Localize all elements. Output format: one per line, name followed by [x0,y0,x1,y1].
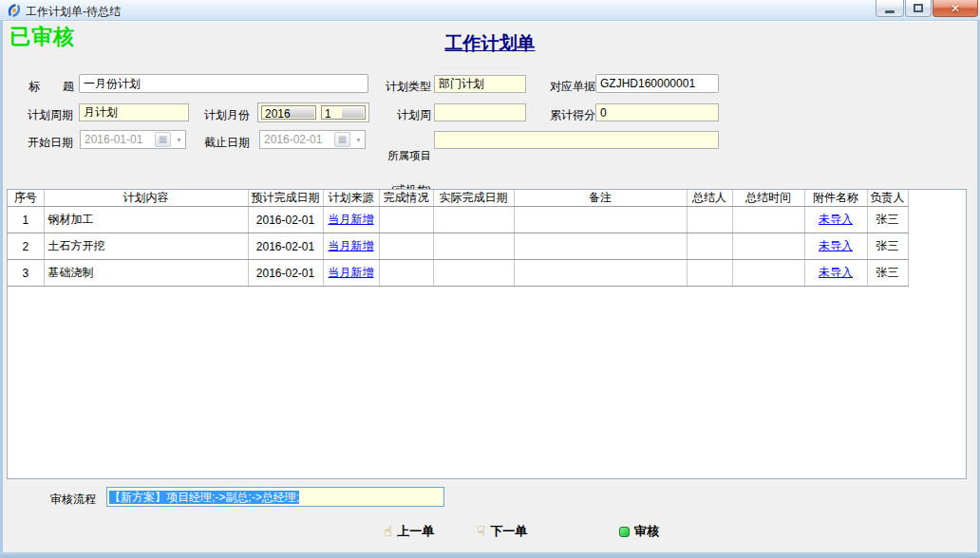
cell-completion [379,207,433,233]
ref-doc-label: 对应单据 [548,79,595,95]
title-bar: 工作计划单-待总结 ✕ [0,0,980,21]
cell-summarizer [687,207,732,233]
cell-seq: 3 [8,260,44,287]
start-date-picker[interactable]: 2016-01-01 ▦ ▼ [80,130,186,149]
plan-month-spinner[interactable]: 1 [321,105,366,120]
cell-actual-date [433,207,514,233]
maximize-icon [914,4,923,12]
close-button[interactable]: ✕ [933,0,978,17]
next-form-label: 下一单 [490,523,527,540]
close-icon: ✕ [951,1,960,16]
title-label: 标 题 [28,79,74,95]
maximize-button[interactable] [905,0,932,17]
end-date-value: 2016-02-01 [260,133,334,146]
minimize-button[interactable] [876,0,904,17]
chevron-down-icon: ▼ [173,137,185,143]
audit-flow-label: 审核流程 [50,492,96,508]
cell-summary-time [732,233,804,260]
hand-up-icon: ☝ [384,525,392,538]
cell-owner: 张三 [867,233,908,260]
previous-form-label: 上一单 [397,523,434,540]
cell-seq: 2 [8,233,44,260]
audit-button[interactable]: 审核 [619,522,659,541]
plan-cycle-field[interactable] [79,103,189,121]
plan-year-value: 2016 [265,107,291,120]
plan-items-grid: 序号 计划内容 预计完成日期 计划来源 完成情况 实际完成日期 备注 总结人 总… [7,189,967,479]
window-frame-left [0,21,3,558]
table-row: 2 土石方开挖 2016-02-01 当月新增 未导入 张三 [8,233,908,260]
col-owner: 负责人 [867,190,908,207]
cell-summary-time [732,207,804,233]
start-date-label: 开始日期 [28,135,73,151]
audit-label: 审核 [634,523,659,540]
project-label-line1: 所属项目 [382,150,431,161]
plan-source-link[interactable]: 当月新增 [329,213,374,226]
application-window: 工作计划单-待总结 ✕ 已审核 工作计划单 标 题 计划类型 对应单据 计划周期… [0,0,980,558]
cell-owner: 张三 [867,207,908,233]
cell-content: 土石方开挖 [44,233,248,260]
col-expected-date: 预计完成日期 [248,190,323,207]
minimize-icon [885,10,895,13]
cell-remark [514,207,687,233]
end-date-label: 截止日期 [204,135,250,151]
col-remark: 备注 [514,190,687,207]
audit-flow-field[interactable]: 【新方案】项目经理;->副总;->总经理; [106,487,444,507]
window-title: 工作计划单-待总结 [26,4,121,20]
window-frame-bottom [0,552,980,558]
col-content: 计划内容 [44,190,248,207]
plan-week-field[interactable] [434,103,526,121]
cell-remark [514,260,687,287]
ref-doc-field[interactable] [595,74,719,93]
attachment-link[interactable]: 未导入 [819,266,853,279]
col-summary-time: 总结时间 [732,190,804,207]
calendar-icon: ▦ [334,132,350,147]
attachment-link[interactable]: 未导入 [819,213,853,226]
cell-owner: 张三 [867,260,908,287]
cell-expected-date: 2016-02-01 [248,260,323,287]
cell-source: 当月新增 [323,207,379,233]
attachment-link[interactable]: 未导入 [819,239,853,252]
calendar-icon: ▦ [155,132,171,147]
next-form-button[interactable]: ☟ 下一单 [477,522,527,541]
app-icon [7,3,22,18]
plan-source-link[interactable]: 当月新增 [329,266,374,279]
plan-year-spinner[interactable]: 2016 [261,105,316,120]
cell-attachment: 未导入 [804,233,867,260]
plan-week-label: 计划周 [385,107,431,123]
cell-actual-date [433,260,514,287]
cell-attachment: 未导入 [804,260,867,287]
page-title: 工作计划单 [0,31,980,56]
score-field[interactable] [595,103,719,121]
spinner-track [342,107,364,118]
cell-source: 当月新增 [323,260,379,287]
chevron-down-icon: ▼ [352,137,365,143]
cell-expected-date: 2016-02-01 [248,207,323,233]
col-actual-date: 实际完成日期 [433,190,514,207]
previous-form-button[interactable]: ☝ 上一单 [384,522,434,541]
client-top-highlight [3,21,977,22]
table-row: 3 基础浇制 2016-02-01 当月新增 未导入 张三 [8,260,908,287]
title-field[interactable] [79,74,368,93]
audit-green-icon [619,527,630,537]
cell-content: 钢材加工 [44,207,248,233]
project-field[interactable] [434,131,719,149]
cell-seq: 1 [8,207,44,233]
plan-type-label: 计划类型 [378,79,431,95]
cell-expected-date: 2016-02-01 [248,233,323,260]
col-attachment: 附件名称 [804,190,867,207]
end-date-picker[interactable]: 2016-02-01 ▦ ▼ [259,130,366,149]
table-header-row: 序号 计划内容 预计完成日期 计划来源 完成情况 实际完成日期 备注 总结人 总… [8,190,908,207]
cell-summary-time [732,260,804,287]
plan-type-field[interactable] [434,75,526,93]
plan-items-table: 序号 计划内容 预计完成日期 计划来源 完成情况 实际完成日期 备注 总结人 总… [8,190,909,287]
cell-source: 当月新增 [323,233,379,260]
col-seq: 序号 [8,190,44,207]
cell-summarizer [687,233,732,260]
score-label: 累计得分 [548,107,595,123]
spinner-track [287,107,314,118]
cell-actual-date [433,233,514,260]
plan-month-label: 计划月份 [204,107,250,123]
cell-completion [379,260,433,287]
plan-source-link[interactable]: 当月新增 [329,239,374,252]
cell-attachment: 未导入 [804,207,867,233]
